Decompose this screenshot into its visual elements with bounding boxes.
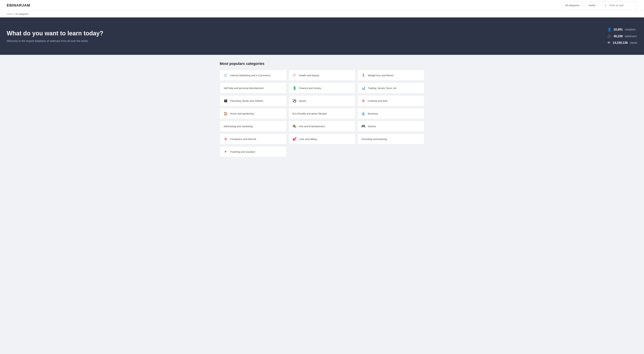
category-label: Computers and internet — [230, 138, 256, 140]
webinars-count: 48,238 — [614, 34, 623, 38]
category-icon: 🎭 — [292, 124, 297, 128]
category-icon: 📊 — [361, 86, 366, 90]
category-card[interactable]: Eco-friendly and green lifestyle — [289, 108, 356, 119]
category-label: Sports — [299, 99, 306, 102]
breadcrumb-home[interactable]: Home — [7, 13, 12, 15]
category-label: Games — [368, 125, 376, 128]
main-content: Most populars categories 🛒Internet Marke… — [213, 55, 431, 167]
category-label: Internet Marketing and e-Commerce — [230, 74, 270, 77]
header: EBINARJAM All categories ··· Author ··· … — [0, 0, 644, 11]
category-card[interactable]: ✈Traveling and vacation — [220, 146, 286, 157]
category-icon: 👨‍👩‍👧 — [224, 99, 228, 103]
stat-views: 👁 14,230,136 views — [607, 41, 637, 45]
category-label: Love and dating — [299, 138, 317, 140]
header-right: All categories ··· Author ··· × — [562, 1, 637, 9]
hero-title: What do you want to learn today? — [7, 30, 103, 37]
close-icon[interactable]: × — [605, 4, 606, 7]
category-card[interactable]: 🖥Cooking and food — [358, 95, 424, 106]
category-label: Trading: stocks, forex, etc — [368, 87, 396, 89]
category-icon: 🖥 — [361, 99, 365, 103]
category-label: Advertising and marketing — [224, 125, 252, 128]
stat-creators: 👤 10,691 creators — [607, 27, 637, 31]
category-label: Cooking and food — [368, 99, 388, 102]
author-input[interactable] — [608, 3, 634, 8]
views-count: 14,230,136 — [613, 41, 628, 44]
category-grid: 🛒Internet Marketing and e-Commerce🛡Healt… — [220, 70, 424, 157]
stat-webinars: 🎥 48,238 webinars — [607, 34, 637, 38]
views-label: views — [630, 41, 637, 44]
category-icon: 🛡 — [292, 73, 296, 77]
category-card[interactable]: 🏠Home and gardening — [220, 108, 286, 119]
hero-section: What do you want to learn today? Welcome… — [0, 17, 644, 55]
author-dots[interactable]: ··· — [597, 4, 600, 7]
hero-left: What do you want to learn today? Welcome… — [7, 30, 103, 42]
webinars-label: webinars — [625, 34, 637, 38]
category-card[interactable]: 💕Love and dating — [289, 134, 356, 144]
hero-subtitle: Welcome to the largest database of webin… — [7, 39, 103, 42]
category-card[interactable]: 🎮Games — [358, 121, 424, 132]
clear-filter[interactable]: × — [602, 1, 637, 9]
category-card[interactable]: ⚽Sports — [289, 95, 356, 106]
breadcrumb: Home ∧ All categories — [0, 11, 644, 17]
section-title: Most populars categories — [220, 61, 424, 66]
category-icon: 🖥 — [224, 137, 228, 141]
category-icon: 💕 — [292, 137, 297, 141]
category-card[interactable]: 🖥Computers and internet — [220, 134, 286, 144]
category-card[interactable]: 🏃Weight loss and fitness — [358, 70, 424, 81]
creators-count: 10,691 — [614, 28, 623, 31]
category-label: Arts and Entertainment — [299, 125, 325, 128]
category-icon: 🏠 — [224, 111, 228, 115]
category-label: Eco-friendly and green lifestyle — [292, 112, 327, 115]
category-label: Business — [368, 112, 378, 115]
category-card[interactable]: Advertising and marketing — [220, 121, 286, 132]
category-label: Schooling and learning — [361, 138, 387, 140]
category-icon: 🛒 — [224, 73, 228, 77]
category-label: Home and gardening — [230, 112, 254, 115]
category-dots[interactable]: ··· — [580, 4, 583, 7]
category-icon: ✈ — [224, 150, 228, 154]
author-filter-label: Author — [589, 4, 596, 7]
category-filter[interactable]: All categories ··· — [562, 3, 586, 8]
category-label: Weight loss and fitness — [368, 74, 394, 77]
category-card[interactable]: 💲Finance and money — [289, 83, 356, 93]
category-card[interactable]: 📊Trading: stocks, forex, etc — [358, 83, 424, 93]
creators-label: creators — [625, 28, 636, 31]
category-label: Self help and personal development — [224, 87, 264, 89]
category-card[interactable]: 👨‍👩‍👧Parenting, family and children — [220, 95, 286, 106]
breadcrumb-arrow: ∧ — [13, 13, 15, 15]
category-icon: 🏃 — [361, 73, 366, 77]
category-icon: 💲 — [292, 86, 297, 90]
author-filter[interactable]: Author ··· — [586, 3, 602, 8]
category-card[interactable]: Schooling and learning — [358, 134, 424, 144]
breadcrumb-current: All categories — [15, 13, 28, 15]
category-card[interactable]: 🛒Internet Marketing and e-Commerce — [220, 70, 286, 81]
category-filter-label: All categories — [565, 4, 579, 7]
category-card[interactable]: 🎭Arts and Entertainment — [289, 121, 356, 132]
logo: EBINARJAM — [7, 3, 30, 7]
creators-icon: 👤 — [607, 27, 612, 31]
views-icon: 👁 — [607, 41, 611, 45]
category-card[interactable]: 👔Business — [358, 108, 424, 119]
category-icon: ⚽ — [292, 99, 297, 103]
hero-stats: 👤 10,691 creators 🎥 48,238 webinars 👁 14… — [607, 27, 637, 45]
category-label: Health and beauty — [299, 74, 319, 77]
category-card[interactable]: 🛡Health and beauty — [289, 70, 356, 81]
category-label: Parenting, family and children — [230, 99, 263, 102]
category-icon: 🎮 — [361, 124, 366, 128]
category-label: Traveling and vacation — [230, 150, 255, 153]
category-icon: 👔 — [361, 111, 366, 115]
category-card[interactable]: Self help and personal development — [220, 83, 286, 93]
webinars-icon: 🎥 — [607, 34, 612, 38]
category-label: Finance and money — [299, 87, 321, 89]
header-filter: All categories ··· Author ··· × — [562, 1, 637, 9]
